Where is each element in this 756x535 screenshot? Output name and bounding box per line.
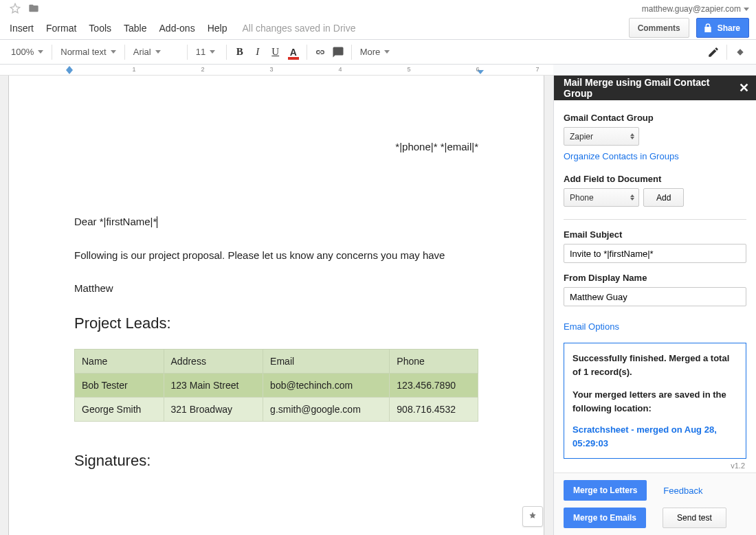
underline-button[interactable]: U [267,43,285,61]
menu-bar: Insert Format Tools Table Add-ons Help [10,23,227,34]
feedback-link[interactable]: Feedback [663,486,702,496]
toolbar: 100% Normal text Arial 11 B I U A More [0,40,756,65]
add-field-button[interactable]: Add [643,188,684,207]
chevron-down-icon [210,50,215,54]
folder-icon[interactable] [27,3,40,16]
menu-addons[interactable]: Add-ons [159,23,195,34]
ruler-tick-3: 3 [269,66,273,73]
table-row: Bob Tester 123 Main Street bob@techinch.… [75,373,478,397]
sidebar-footer: Merge to Letters Feedback Merge to Email… [554,473,756,535]
contact-group-value: Zapier [570,132,593,141]
share-button[interactable]: Share [696,18,749,38]
field-value: Phone [570,193,594,203]
menu-help[interactable]: Help [208,23,227,34]
paragraph-style-dropdown[interactable]: Normal text [56,43,120,61]
ruler-tick-4: 4 [338,66,342,73]
more-dropdown[interactable]: More [356,43,394,61]
chevron-down-icon [38,50,43,54]
table-header: Email [263,349,390,373]
send-test-button[interactable]: Send test [663,508,726,528]
chevron-down-icon [744,8,749,11]
menu-format[interactable]: Format [46,23,76,34]
ruler-tick-6: 6 [476,66,479,73]
document-canvas[interactable]: *|phone|* *|email|* Dear *|firstName|* F… [0,76,553,535]
style-value: Normal text [60,47,106,57]
font-dropdown[interactable]: Arial [129,43,183,61]
menu-tools[interactable]: Tools [89,23,111,34]
chevron-down-icon [111,50,116,54]
result-line1: Successfully finished. Merged a total of… [572,353,729,377]
contact-group-select[interactable]: Zapier [564,127,639,146]
merge-emails-button[interactable]: Merge to Emails [564,508,646,528]
more-label: More [360,47,381,57]
italic-button[interactable]: I [249,43,267,61]
doc-header-merge-fields: *|phone|* *|email|* [74,141,478,152]
chevron-down-icon [155,50,161,54]
menu-insert[interactable]: Insert [10,23,34,34]
ruler[interactable]: 1 2 3 4 5 6 7 [0,65,756,76]
share-label: Share [718,23,740,33]
merged-doc-link[interactable]: Scratchsheet - merged on Aug 28, 05:29:0… [572,423,737,450]
font-value: Arial [133,47,151,57]
from-name-input[interactable] [564,287,746,306]
table-header: Address [164,349,263,373]
email-subject-input[interactable] [564,244,746,263]
text-color-button[interactable]: A [285,43,302,61]
explore-button[interactable] [522,506,543,527]
bold-button[interactable]: B [231,43,249,61]
merge-result-box: Successfully finished. Merged a total of… [564,343,746,459]
close-icon[interactable]: ✕ [739,80,749,95]
document-page[interactable]: *|phone|* *|email|* Dear *|firstName|* F… [8,76,544,535]
comments-button[interactable]: Comments [629,18,689,38]
chevron-down-icon [384,50,390,54]
ruler-tick-7: 7 [535,66,539,73]
insert-link-button[interactable] [311,43,329,61]
select-arrows-icon [630,194,634,201]
from-name-label: From Display Name [564,273,746,283]
zoom-value: 100% [11,47,34,57]
menu-table[interactable]: Table [124,23,146,34]
user-email-text: matthew.guay@zapier.com [642,4,741,14]
add-field-label: Add Field to Document [564,174,746,184]
contact-group-label: Gmail Contact Group [564,113,746,123]
text-cursor [157,216,157,228]
insert-comment-button[interactable] [329,43,347,61]
font-size-value: 11 [196,47,205,57]
project-leads-table: Name Address Email Phone Bob Tester 123 … [74,349,478,422]
table-row: George Smith 321 Broadway g.smith@google… [75,397,478,421]
select-arrows-icon [630,133,634,139]
section-signatures-title: Signatures: [74,452,478,470]
ruler-tick-2: 2 [201,66,204,73]
left-indent-marker[interactable] [66,70,73,74]
account-menu[interactable]: matthew.guay@zapier.com [642,4,749,14]
collapse-toolbar-button[interactable] [731,43,749,61]
sidebar-title: Mail Merge using Gmail Contact Group [564,77,739,99]
doc-greeting: Dear *|firstName|* [74,214,478,230]
table-header: Phone [390,349,478,373]
table-header: Name [75,349,164,373]
organize-contacts-link[interactable]: Organize Contacts in Groups [564,151,679,161]
lock-icon [702,23,713,34]
addon-version: v1.2 [564,462,746,470]
doc-signoff: Matthew [74,281,478,297]
save-status: All changes saved in Drive [242,23,355,34]
field-select[interactable]: Phone [564,188,639,207]
email-options-link[interactable]: Email Options [564,321,619,332]
email-subject-label: Email Subject [564,229,746,240]
doc-body: Following is our project proposal. Pleas… [74,248,478,264]
result-line2: Your merged letters are saved in the fol… [572,389,726,413]
section-project-leads-title: Project Leads: [74,315,478,332]
editing-mode-button[interactable] [704,43,722,61]
addon-sidebar: Mail Merge using Gmail Contact Group ✕ G… [553,76,756,535]
ruler-tick-5: 5 [407,66,410,73]
font-size-dropdown[interactable]: 11 [192,43,222,61]
ruler-tick-1: 1 [132,66,135,73]
zoom-dropdown[interactable]: 100% [7,43,47,61]
star-icon[interactable] [10,3,21,16]
merge-letters-button[interactable]: Merge to Letters [564,480,647,501]
